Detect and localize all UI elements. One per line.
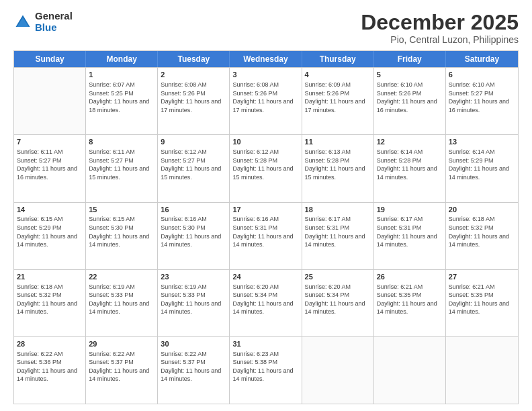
day-number: 12 bbox=[377, 137, 443, 147]
cal-cell-17: 17Sunrise: 6:16 AMSunset: 5:31 PMDayligh… bbox=[230, 203, 302, 269]
cell-info: Sunrise: 6:17 AMSunset: 5:31 PMDaylight:… bbox=[305, 215, 371, 248]
header-day-friday: Friday bbox=[374, 51, 446, 67]
cell-info: Sunrise: 6:11 AMSunset: 5:27 PMDaylight:… bbox=[17, 148, 83, 181]
day-number: 19 bbox=[377, 205, 443, 215]
cal-cell-2: 2Sunrise: 6:08 AMSunset: 5:26 PMDaylight… bbox=[158, 68, 230, 134]
header-day-tuesday: Tuesday bbox=[158, 51, 230, 67]
cal-row-0: 1Sunrise: 6:07 AMSunset: 5:25 PMDaylight… bbox=[14, 67, 518, 134]
cell-info: Sunrise: 6:17 AMSunset: 5:31 PMDaylight:… bbox=[377, 215, 443, 248]
day-number: 30 bbox=[161, 339, 226, 349]
calendar-header: SundayMondayTuesdayWednesdayThursdayFrid… bbox=[14, 51, 518, 67]
header-day-thursday: Thursday bbox=[302, 51, 374, 67]
cell-info: Sunrise: 6:10 AMSunset: 5:26 PMDaylight:… bbox=[377, 81, 443, 114]
cell-info: Sunrise: 6:12 AMSunset: 5:28 PMDaylight:… bbox=[232, 148, 298, 181]
day-number: 24 bbox=[232, 272, 298, 282]
cal-cell-15: 15Sunrise: 6:15 AMSunset: 5:30 PMDayligh… bbox=[86, 203, 158, 269]
cal-cell-empty bbox=[14, 68, 86, 134]
cell-info: Sunrise: 6:16 AMSunset: 5:31 PMDaylight:… bbox=[232, 215, 298, 248]
day-number: 6 bbox=[449, 70, 515, 80]
day-number: 5 bbox=[377, 70, 443, 80]
cell-info: Sunrise: 6:08 AMSunset: 5:26 PMDaylight:… bbox=[232, 81, 298, 114]
cal-cell-11: 11Sunrise: 6:13 AMSunset: 5:28 PMDayligh… bbox=[302, 135, 374, 201]
cell-info: Sunrise: 6:19 AMSunset: 5:33 PMDaylight:… bbox=[161, 283, 226, 316]
cal-cell-12: 12Sunrise: 6:14 AMSunset: 5:28 PMDayligh… bbox=[374, 135, 446, 201]
logo: General Blue bbox=[13, 11, 73, 33]
day-number: 22 bbox=[89, 272, 154, 282]
cal-cell-3: 3Sunrise: 6:08 AMSunset: 5:26 PMDaylight… bbox=[230, 68, 302, 134]
day-number: 16 bbox=[161, 205, 226, 215]
cell-info: Sunrise: 6:16 AMSunset: 5:30 PMDaylight:… bbox=[161, 215, 226, 248]
cell-info: Sunrise: 6:22 AMSunset: 5:37 PMDaylight:… bbox=[161, 350, 226, 383]
header-day-monday: Monday bbox=[86, 51, 158, 67]
cal-cell-7: 7Sunrise: 6:11 AMSunset: 5:27 PMDaylight… bbox=[14, 135, 86, 201]
cal-cell-22: 22Sunrise: 6:19 AMSunset: 5:33 PMDayligh… bbox=[86, 270, 158, 336]
day-number: 31 bbox=[232, 339, 298, 349]
page: General Blue December 2025 Pio, Central … bbox=[0, 0, 532, 411]
day-number: 2 bbox=[161, 70, 226, 80]
cal-cell-19: 19Sunrise: 6:17 AMSunset: 5:31 PMDayligh… bbox=[374, 203, 446, 269]
header-day-wednesday: Wednesday bbox=[230, 51, 302, 67]
cal-cell-6: 6Sunrise: 6:10 AMSunset: 5:27 PMDaylight… bbox=[446, 68, 518, 134]
day-number: 25 bbox=[305, 272, 371, 282]
day-number: 9 bbox=[161, 137, 226, 147]
cal-cell-28: 28Sunrise: 6:22 AMSunset: 5:36 PMDayligh… bbox=[14, 337, 86, 404]
cal-cell-empty bbox=[374, 337, 446, 404]
cal-cell-23: 23Sunrise: 6:19 AMSunset: 5:33 PMDayligh… bbox=[158, 270, 230, 336]
cal-cell-26: 26Sunrise: 6:21 AMSunset: 5:35 PMDayligh… bbox=[374, 270, 446, 336]
cal-cell-18: 18Sunrise: 6:17 AMSunset: 5:31 PMDayligh… bbox=[302, 203, 374, 269]
cal-cell-empty bbox=[446, 337, 518, 404]
day-number: 17 bbox=[232, 205, 298, 215]
day-number: 28 bbox=[17, 339, 83, 349]
cell-info: Sunrise: 6:12 AMSunset: 5:27 PMDaylight:… bbox=[161, 148, 226, 181]
day-number: 8 bbox=[89, 137, 154, 147]
day-number: 3 bbox=[232, 70, 298, 80]
header-day-saturday: Saturday bbox=[446, 51, 518, 67]
calendar-subtitle: Pio, Central Luzon, Philippines bbox=[361, 34, 519, 45]
logo-text: General Blue bbox=[35, 11, 73, 33]
cal-cell-14: 14Sunrise: 6:15 AMSunset: 5:29 PMDayligh… bbox=[14, 203, 86, 269]
day-number: 20 bbox=[449, 205, 515, 215]
cal-cell-5: 5Sunrise: 6:10 AMSunset: 5:26 PMDaylight… bbox=[374, 68, 446, 134]
cal-cell-16: 16Sunrise: 6:16 AMSunset: 5:30 PMDayligh… bbox=[158, 203, 230, 269]
calendar-title: December 2025 bbox=[361, 11, 519, 34]
cell-info: Sunrise: 6:09 AMSunset: 5:26 PMDaylight:… bbox=[305, 81, 371, 114]
day-number: 1 bbox=[89, 70, 154, 80]
cell-info: Sunrise: 6:19 AMSunset: 5:33 PMDaylight:… bbox=[89, 283, 154, 316]
cal-cell-31: 31Sunrise: 6:23 AMSunset: 5:38 PMDayligh… bbox=[230, 337, 302, 404]
day-number: 10 bbox=[232, 137, 298, 147]
logo-general-text: General bbox=[35, 11, 73, 22]
cal-row-4: 28Sunrise: 6:22 AMSunset: 5:36 PMDayligh… bbox=[14, 336, 518, 404]
day-number: 11 bbox=[305, 137, 371, 147]
day-number: 13 bbox=[449, 137, 515, 147]
cell-info: Sunrise: 6:14 AMSunset: 5:29 PMDaylight:… bbox=[449, 148, 515, 181]
cell-info: Sunrise: 6:21 AMSunset: 5:35 PMDaylight:… bbox=[377, 283, 443, 316]
day-number: 7 bbox=[17, 137, 83, 147]
cell-info: Sunrise: 6:08 AMSunset: 5:26 PMDaylight:… bbox=[161, 81, 226, 114]
cal-cell-25: 25Sunrise: 6:20 AMSunset: 5:34 PMDayligh… bbox=[302, 270, 374, 336]
cal-cell-30: 30Sunrise: 6:22 AMSunset: 5:37 PMDayligh… bbox=[158, 337, 230, 404]
cell-info: Sunrise: 6:18 AMSunset: 5:32 PMDaylight:… bbox=[449, 215, 515, 248]
header: General Blue December 2025 Pio, Central … bbox=[13, 11, 519, 45]
day-number: 29 bbox=[89, 339, 154, 349]
title-block: December 2025 Pio, Central Luzon, Philip… bbox=[361, 11, 519, 45]
header-day-sunday: Sunday bbox=[14, 51, 86, 67]
cell-info: Sunrise: 6:11 AMSunset: 5:27 PMDaylight:… bbox=[89, 148, 154, 181]
cal-cell-21: 21Sunrise: 6:18 AMSunset: 5:32 PMDayligh… bbox=[14, 270, 86, 336]
cell-info: Sunrise: 6:14 AMSunset: 5:28 PMDaylight:… bbox=[377, 148, 443, 181]
cal-cell-1: 1Sunrise: 6:07 AMSunset: 5:25 PMDaylight… bbox=[86, 68, 158, 134]
logo-blue-text: Blue bbox=[35, 22, 73, 34]
day-number: 21 bbox=[17, 272, 83, 282]
cal-cell-4: 4Sunrise: 6:09 AMSunset: 5:26 PMDaylight… bbox=[302, 68, 374, 134]
cell-info: Sunrise: 6:07 AMSunset: 5:25 PMDaylight:… bbox=[89, 81, 154, 114]
calendar-body: 1Sunrise: 6:07 AMSunset: 5:25 PMDaylight… bbox=[14, 67, 518, 404]
cal-cell-20: 20Sunrise: 6:18 AMSunset: 5:32 PMDayligh… bbox=[446, 203, 518, 269]
cell-info: Sunrise: 6:10 AMSunset: 5:27 PMDaylight:… bbox=[449, 81, 515, 114]
cell-info: Sunrise: 6:21 AMSunset: 5:35 PMDaylight:… bbox=[449, 283, 515, 316]
day-number: 14 bbox=[17, 205, 83, 215]
cell-info: Sunrise: 6:13 AMSunset: 5:28 PMDaylight:… bbox=[305, 148, 371, 181]
cell-info: Sunrise: 6:20 AMSunset: 5:34 PMDaylight:… bbox=[305, 283, 371, 316]
day-number: 18 bbox=[305, 205, 371, 215]
cal-cell-10: 10Sunrise: 6:12 AMSunset: 5:28 PMDayligh… bbox=[230, 135, 302, 201]
cal-cell-empty bbox=[302, 337, 374, 404]
day-number: 27 bbox=[449, 272, 515, 282]
